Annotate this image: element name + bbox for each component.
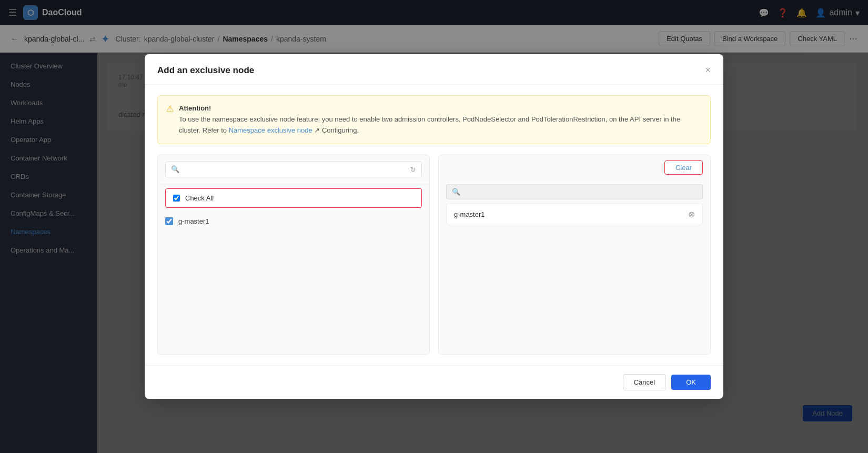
left-panel-item-g-master1[interactable]: g-master1 <box>158 212 429 230</box>
attention-bold-label: Attention! <box>179 104 211 112</box>
left-panel: 🔍 ↻ Check All g-master1 <box>157 155 430 355</box>
left-panel-search-box[interactable]: 🔍 ↻ <box>165 162 422 177</box>
attention-box: ⚠ Attention! To use the namespace exclus… <box>157 95 711 144</box>
modal-close-button[interactable]: × <box>705 65 711 76</box>
modal-title: Add an exclusive node <box>157 65 254 76</box>
modal-backdrop: Add an exclusive node × ⚠ Attention! To … <box>0 0 868 453</box>
left-search-input[interactable] <box>184 165 406 173</box>
warning-icon: ⚠ <box>166 104 174 114</box>
left-search-icon: 🔍 <box>171 165 179 173</box>
modal-header: Add an exclusive node × <box>145 54 723 85</box>
modal-body: ⚠ Attention! To use the namespace exclus… <box>145 85 723 365</box>
cancel-button[interactable]: Cancel <box>623 374 666 390</box>
selector-panels: 🔍 ↻ Check All g-master1 <box>157 155 711 355</box>
check-all-row[interactable]: Check All <box>165 188 422 208</box>
item-checkbox-g-master1[interactable] <box>165 217 173 225</box>
right-panel-top: Clear <box>439 155 710 178</box>
left-refresh-icon[interactable]: ↻ <box>410 165 416 174</box>
right-search-icon: 🔍 <box>452 188 460 196</box>
right-panel-item-g-master1: g-master1 ⊗ <box>446 204 703 225</box>
modal-footer: Cancel OK <box>145 365 723 399</box>
left-panel-header: 🔍 ↻ <box>158 155 429 184</box>
remove-g-master1-button[interactable]: ⊗ <box>688 209 695 219</box>
right-panel: Clear 🔍 g-master1 ⊗ <box>438 155 711 355</box>
check-all-checkbox[interactable] <box>173 195 180 202</box>
right-search-wrapper: 🔍 <box>439 178 710 199</box>
item-label-g-master1: g-master1 <box>178 217 209 225</box>
attention-after-link: Configuring. <box>322 126 359 134</box>
check-all-label[interactable]: Check All <box>185 194 214 202</box>
ok-button[interactable]: OK <box>671 375 711 390</box>
add-exclusive-node-modal: Add an exclusive node × ⚠ Attention! To … <box>145 54 723 398</box>
right-item-label-g-master1: g-master1 <box>454 210 485 218</box>
right-search-box[interactable]: 🔍 <box>446 184 703 199</box>
attention-text: Attention! To use the namespace exclusiv… <box>179 103 702 136</box>
link-external-icon: ↗ <box>314 126 320 134</box>
namespace-exclusive-link[interactable]: Namespace exclusive node <box>229 126 312 134</box>
clear-button[interactable]: Clear <box>664 160 703 175</box>
right-search-input[interactable] <box>465 188 697 196</box>
